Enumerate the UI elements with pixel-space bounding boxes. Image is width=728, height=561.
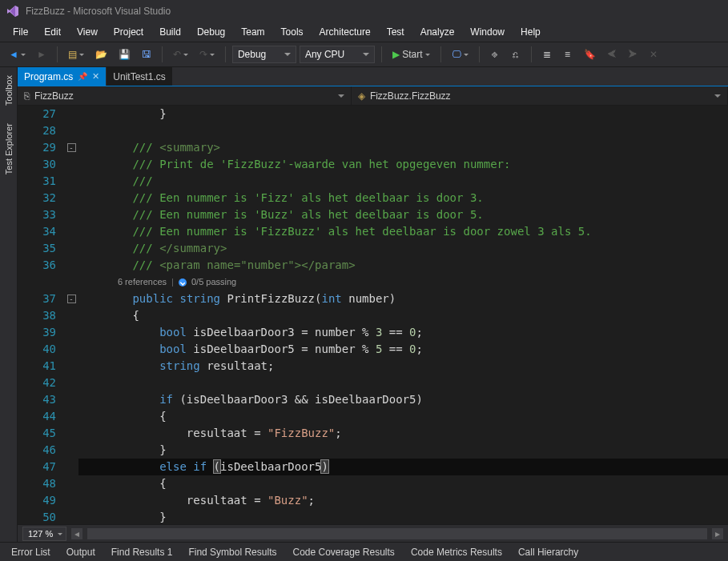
code-line[interactable]: }: [78, 106, 728, 122]
menu-bar: FileEditViewProjectBuildDebugTeamToolsAr…: [0, 22, 728, 42]
hscroll-left-button[interactable]: ◂: [71, 528, 82, 539]
line-number: 30: [18, 156, 56, 173]
undo-button[interactable]: ↶: [169, 46, 192, 63]
document-tab[interactable]: Program.cs📌✕: [18, 67, 107, 86]
code-line[interactable]: string resultaat;: [78, 358, 728, 375]
code-line[interactable]: /// Een nummer is 'Buzz' als het deelbaa…: [78, 206, 728, 223]
redo-button[interactable]: ↷: [195, 46, 219, 63]
line-number: 35: [18, 240, 56, 257]
line-number: 45: [18, 425, 56, 442]
bottom-panel-tabs: Error ListOutputFind Results 1Find Symbo…: [0, 542, 728, 561]
horizontal-scrollbar[interactable]: [87, 528, 707, 539]
editor-zoom-bar: 127 % ◂ ▸: [18, 524, 728, 542]
namespace-icon: ⎘: [24, 90, 30, 102]
panel-tab-code-metrics-results[interactable]: Code Metrics Results: [403, 543, 510, 561]
start-debug-button[interactable]: ▶ Start: [388, 46, 434, 63]
panel-tab-find-symbol-results[interactable]: Find Symbol Results: [180, 543, 284, 561]
menu-item-window[interactable]: Window: [462, 24, 513, 40]
line-number: 46: [18, 442, 56, 459]
menu-item-help[interactable]: Help: [513, 24, 549, 40]
code-editor[interactable]: 2728293031323334353637383940414243444546…: [18, 106, 728, 524]
bookmark-button[interactable]: 🔖: [580, 46, 600, 63]
close-icon[interactable]: ✕: [92, 71, 99, 82]
code-line[interactable]: /// <summary>: [78, 139, 728, 156]
menu-item-edit[interactable]: Edit: [36, 24, 69, 40]
new-project-button[interactable]: ▤: [64, 46, 88, 63]
code-line[interactable]: resultaat = "Buzz";: [78, 492, 728, 509]
codelens-tests[interactable]: 0/5 passing: [191, 274, 236, 291]
panel-tab-code-coverage-results[interactable]: Code Coverage Results: [284, 543, 402, 561]
nav-back-button[interactable]: ◄: [5, 46, 30, 63]
code-lens[interactable]: 6 references|0/5 passing: [78, 274, 728, 291]
code-line[interactable]: {: [78, 475, 728, 492]
browse-button[interactable]: 🖵: [448, 46, 473, 63]
panel-tab-output[interactable]: Output: [58, 543, 103, 561]
code-line[interactable]: bool isDeelbaarDoor5 = number % 5 == 0;: [78, 341, 728, 358]
line-number: 29: [18, 139, 56, 156]
uncomment-button[interactable]: ≡: [559, 46, 577, 63]
menu-item-debug[interactable]: Debug: [189, 24, 233, 40]
line-number: 33: [18, 206, 56, 223]
toolbar-separator: [440, 46, 441, 62]
fold-toggle-icon[interactable]: -: [67, 143, 76, 152]
step-into-button[interactable]: ⎆: [486, 46, 504, 63]
code-line[interactable]: bool isDeelbaarDoor3 = number % 3 == 0;: [78, 324, 728, 341]
code-line[interactable]: ///: [78, 173, 728, 190]
menu-item-architecture[interactable]: Architecture: [312, 24, 379, 40]
code-line[interactable]: {: [78, 408, 728, 425]
line-number: 34: [18, 223, 56, 240]
menu-item-build[interactable]: Build: [151, 24, 189, 40]
panel-tab-error-list[interactable]: Error List: [3, 543, 58, 561]
document-tab-label: UnitTest1.cs: [113, 71, 165, 82]
solution-config-dropdown[interactable]: Debug: [232, 46, 296, 63]
panel-tab-call-hierarchy[interactable]: Call Hierarchy: [510, 543, 586, 561]
code-line[interactable]: [78, 375, 728, 391]
line-number: 49: [18, 492, 56, 509]
pin-icon[interactable]: 📌: [78, 72, 87, 81]
hscroll-right-button[interactable]: ▸: [712, 528, 723, 539]
line-number: 50: [18, 509, 56, 526]
nav-member-dropdown[interactable]: ◈ FizzBuzz.FizzBuzz: [352, 86, 728, 105]
folding-gutter[interactable]: --: [64, 106, 78, 524]
code-line[interactable]: if (isDeelbaarDoor3 && isDeelbaarDoor5): [78, 391, 728, 408]
zoom-dropdown[interactable]: 127 %: [22, 527, 66, 541]
toolwindow-tab-test-explorer[interactable]: Test Explorer: [2, 118, 15, 179]
panel-tab-find-results-1[interactable]: Find Results 1: [103, 543, 181, 561]
line-number: 27: [18, 106, 56, 122]
menu-item-view[interactable]: View: [69, 24, 106, 40]
solution-platform-dropdown[interactable]: Any CPU: [300, 46, 375, 63]
open-file-button[interactable]: 📂: [91, 46, 111, 63]
code-surface[interactable]: } /// <summary> /// Print de 'FizzBuzz'-…: [78, 106, 728, 524]
save-all-button[interactable]: 🖫: [138, 46, 155, 63]
toolwindow-tab-toolbox[interactable]: Toolbox: [2, 70, 15, 110]
code-line[interactable]: }: [78, 442, 728, 459]
code-line[interactable]: else if (isDeelbaarDoor5): [78, 459, 728, 475]
codelens-references[interactable]: 6 references: [118, 274, 167, 291]
comment-button[interactable]: ≣: [538, 46, 556, 63]
save-button[interactable]: 💾: [115, 46, 135, 63]
menu-item-analyze[interactable]: Analyze: [412, 24, 463, 40]
menu-item-test[interactable]: Test: [379, 24, 412, 40]
step-over-button[interactable]: ⎌: [507, 46, 525, 63]
line-number: 28: [18, 122, 56, 139]
document-tab[interactable]: UnitTest1.cs: [107, 67, 172, 86]
code-line[interactable]: /// Print de 'FizzBuzz'-waarde van het o…: [78, 156, 728, 173]
code-line[interactable]: }: [78, 509, 728, 524]
menu-item-team[interactable]: Team: [233, 24, 272, 40]
code-line[interactable]: [78, 122, 728, 139]
code-line[interactable]: resultaat = "FizzBuzz";: [78, 425, 728, 442]
code-line[interactable]: /// </summary>: [78, 240, 728, 257]
toolbar-separator: [225, 46, 226, 62]
code-line[interactable]: public string PrintFizzBuzz(int number): [78, 291, 728, 307]
menu-item-file[interactable]: File: [5, 24, 36, 40]
line-number: 41: [18, 358, 56, 375]
nav-scope-dropdown[interactable]: ⎘ FizzBuzz: [18, 86, 352, 105]
line-number: 40: [18, 341, 56, 358]
fold-toggle-icon[interactable]: -: [67, 295, 76, 303]
code-line[interactable]: /// <param name="number"></param>: [78, 257, 728, 274]
menu-item-project[interactable]: Project: [106, 24, 151, 40]
code-line[interactable]: /// Een nummer is 'Fizz' als het deelbaa…: [78, 190, 728, 206]
code-line[interactable]: {: [78, 307, 728, 324]
code-line[interactable]: /// Een nummer is 'FizzBuzz' als het dee…: [78, 223, 728, 240]
menu-item-tools[interactable]: Tools: [273, 24, 312, 40]
